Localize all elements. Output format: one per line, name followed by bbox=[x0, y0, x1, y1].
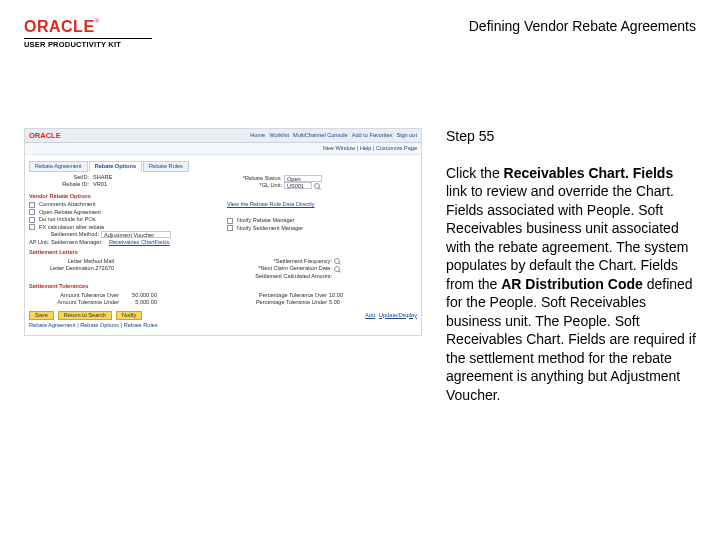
tab-bar: Rebate Agreement Rebate Options Rebate R… bbox=[29, 161, 417, 172]
receivables-chartfields-link[interactable]: Receivables ChartFields bbox=[109, 239, 170, 246]
chk-noinclude[interactable] bbox=[29, 217, 35, 223]
nav-mcc[interactable]: MultiChannel Console bbox=[293, 132, 348, 139]
instruction-post2: defined for the People. Soft Receivables… bbox=[446, 276, 696, 403]
tol-amt-under-label: Amount Tolerance Under bbox=[29, 299, 119, 306]
instruction-paragraph: Click the Receivables Chart. Fields link… bbox=[446, 164, 696, 404]
tol-amt-over-val: 50,000.00 bbox=[121, 292, 157, 299]
chk-fx-label: FX calculation after rebate bbox=[39, 224, 104, 231]
tab-rebate-rules[interactable]: Rebate Rules bbox=[143, 161, 189, 172]
tab-rebate-agreement[interactable]: Rebate Agreement bbox=[29, 161, 88, 172]
setid-label: SetID: bbox=[29, 174, 89, 181]
oracle-wordmark: ORACLE® bbox=[24, 18, 152, 36]
button-row: Save Return to Search Notify Add Update/… bbox=[29, 311, 417, 320]
status-label: *Rebate Status: bbox=[227, 175, 282, 182]
section-vendor-options: Vendor Rebate Options bbox=[29, 193, 417, 200]
nav-fav[interactable]: Add to Favorites bbox=[352, 132, 393, 139]
document-title: Defining Vendor Rebate Agreements bbox=[469, 18, 696, 34]
save-button[interactable]: Save bbox=[29, 311, 54, 320]
settlement-method-label: Settlement Method: bbox=[29, 231, 99, 238]
instruction-bold1: Receivables Chart. Fields bbox=[504, 165, 674, 181]
instruction-bold2: AR Distribution Code bbox=[501, 276, 643, 292]
notify-button[interactable]: Notify bbox=[116, 311, 142, 320]
nav-worklist[interactable]: Worklist bbox=[269, 132, 289, 139]
setid-value: SHARE bbox=[93, 174, 112, 181]
tol-pct-under-label: Percentage Tolerance Under bbox=[227, 299, 327, 306]
tol-amt-over-label: Amount Tolerance Over bbox=[29, 292, 119, 299]
status-select[interactable]: Open bbox=[284, 175, 322, 182]
logo-divider bbox=[24, 38, 152, 39]
lt-calcamt-label: Settlement Calculated Amount: bbox=[227, 273, 332, 280]
lt-method-label: Letter Method Mail bbox=[29, 258, 114, 265]
app-brand: ORACLE bbox=[29, 131, 61, 140]
product-line: USER PRODUCTIVITY KIT bbox=[24, 40, 152, 49]
add-link[interactable]: Add bbox=[365, 312, 375, 319]
step-label: Step 55 bbox=[446, 128, 696, 144]
return-button[interactable]: Return to Search bbox=[58, 311, 112, 320]
tol-pct-over-label: Percentage Tolerance Over bbox=[227, 292, 327, 299]
footer-tab-links: Rebate Agreement | Rebate Options | Reba… bbox=[29, 322, 417, 329]
lt-dest-label: Letter Destination 272670 bbox=[29, 265, 114, 272]
rebateid-value: VR01 bbox=[93, 181, 107, 188]
chk-notify-sm[interactable] bbox=[227, 225, 233, 231]
lookup-icon[interactable] bbox=[334, 266, 340, 272]
tol-pct-under-val: 5.00 bbox=[329, 299, 340, 306]
glbu-label: *GL Unit: bbox=[227, 182, 282, 189]
tab-rebate-options[interactable]: Rebate Options bbox=[89, 161, 142, 172]
lookup-icon[interactable] bbox=[334, 258, 340, 264]
app-quicklinks: New Window | Help | Customize Page bbox=[25, 143, 421, 155]
nav-home[interactable]: Home bbox=[250, 132, 265, 139]
rebateid-label: Rebate ID: bbox=[29, 181, 89, 188]
update-display-link[interactable]: Update/Display bbox=[379, 312, 417, 319]
chk-open-agreement-label: Open Rebate Agreement bbox=[39, 209, 101, 216]
section-settlement-tol: Settlement Tolerances bbox=[29, 283, 417, 290]
settlement-method-select[interactable]: Adjustment Voucher bbox=[101, 231, 171, 238]
glbu-input[interactable]: US001 bbox=[284, 182, 312, 189]
app-screenshot: ORACLE Home Worklist MultiChannel Consol… bbox=[24, 128, 422, 336]
instruction-pre: Click the bbox=[446, 165, 504, 181]
chk-notify-rm[interactable] bbox=[227, 218, 233, 224]
lookup-icon[interactable] bbox=[314, 183, 320, 189]
chk-open-agreement[interactable] bbox=[29, 209, 35, 215]
ap-line: AP Unit: Settlement Manager: bbox=[29, 239, 103, 246]
section-settlement-letters: Settlement Letters bbox=[29, 249, 417, 256]
chk-noinclude-label: Do not Include for POs bbox=[39, 216, 96, 223]
view-rule-data-link[interactable]: View the Rebate Rule Data Directly bbox=[227, 201, 315, 208]
lt-nextdate-label: *Next Claim Generation Date: bbox=[227, 265, 332, 272]
nav-signout[interactable]: Sign out bbox=[396, 132, 417, 139]
tol-amt-under-val: 5,000.00 bbox=[121, 299, 157, 306]
chk-notify-rm-label: Notify Rebate Manager bbox=[237, 217, 295, 224]
chk-comments-label: Comments Attachment bbox=[39, 201, 96, 208]
chk-comments[interactable] bbox=[29, 202, 35, 208]
tol-pct-over-val: 10.00 bbox=[329, 292, 343, 299]
chk-notify-sm-label: Notify Settlement Manager bbox=[237, 225, 303, 232]
logo-block: ORACLE® USER PRODUCTIVITY KIT bbox=[24, 18, 152, 49]
app-topnav: Home Worklist MultiChannel Console Add t… bbox=[250, 132, 417, 139]
chk-fx[interactable] bbox=[29, 224, 35, 230]
lt-freq-label: *Settlement Frequency: bbox=[227, 258, 332, 265]
